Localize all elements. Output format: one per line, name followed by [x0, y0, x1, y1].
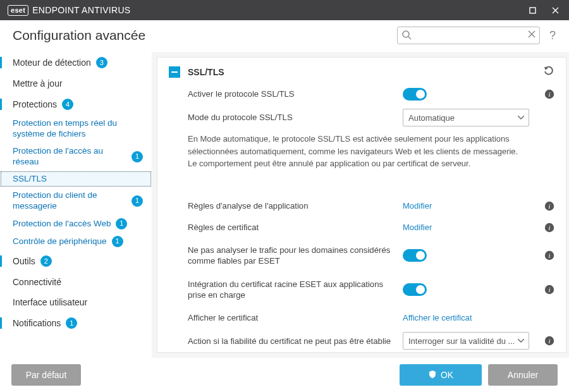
setting-label: Ne pas analyser le trafic pour les domai…	[188, 242, 403, 269]
sidebar-item-label: Moteur de détection	[13, 58, 91, 68]
setting-label: Intégration du certificat racine ESET au…	[188, 276, 403, 303]
button-label: Annuler	[508, 370, 538, 380]
svg-text:i: i	[548, 286, 550, 293]
sidebar-item-label: Interface utilisateur	[13, 297, 87, 307]
sidebar-item-ui[interactable]: Interface utilisateur	[0, 292, 152, 312]
sidebar-item-notifications[interactable]: Notifications 1	[0, 312, 152, 334]
sidebar-item-label: Protection de l'accès Web	[13, 219, 111, 230]
setting-label: Règles d'analyse de l'application	[188, 200, 403, 211]
sidebar-sub-ssl-tls[interactable]: SSL/TLS	[0, 171, 152, 188]
footer: Par défaut OK Annuler	[0, 358, 569, 392]
sidebar-item-tools[interactable]: Outils 2	[0, 250, 152, 272]
row-root-cert: Intégration du certificat racine ESET au…	[169, 273, 554, 307]
setting-label: Activer le protocole SSL/TLS	[188, 89, 403, 99]
settings-panel: SSL/TLS Activer le protocole SSL/TLS i	[157, 57, 566, 353]
mode-description: En Mode automatique, le protocole SSL/TL…	[169, 130, 523, 179]
product-name: ENDPOINT ANTIVIRUS	[32, 5, 130, 15]
sidebar: Moteur de détection 3 Mettre à jour Prot…	[0, 52, 152, 358]
row-enable-ssl: Activer le protocole SSL/TLS i	[169, 83, 554, 105]
link-modify-cert-rules[interactable]: Modifier	[403, 223, 432, 232]
toggle-root-cert[interactable]	[403, 283, 427, 296]
info-icon[interactable]: i	[544, 89, 554, 99]
ok-button[interactable]: OK	[400, 364, 482, 386]
row-cert-validity-action: Action si la fiabilité du certificat ne …	[169, 328, 554, 352]
svg-rect-0	[530, 8, 535, 13]
default-button[interactable]: Par défaut	[11, 364, 81, 386]
row-ssl-mode: Mode du protocole SSL/TLS Automatique	[169, 105, 554, 130]
badge: 3	[96, 57, 107, 68]
select-ssl-mode[interactable]: Automatique	[403, 109, 529, 126]
group-title: SSL/TLS	[188, 67, 224, 77]
row-show-cert: Afficher le certificat Afficher le certi…	[169, 307, 554, 328]
info-icon[interactable]: i	[544, 336, 554, 346]
badge: 1	[116, 218, 127, 230]
row-trusted-domains: Ne pas analyser le trafic pour les domai…	[169, 238, 554, 273]
svg-text:i: i	[548, 252, 550, 259]
search-wrap	[397, 27, 540, 44]
link-modify-app-rules[interactable]: Modifier	[403, 201, 432, 211]
toggle-trusted-domains[interactable]	[403, 249, 427, 262]
group-header-ssl-tls: SSL/TLS	[169, 58, 554, 83]
sidebar-item-label: Protection du client de messagerie	[13, 190, 126, 212]
button-label: OK	[441, 370, 453, 380]
svg-text:i: i	[548, 337, 550, 345]
sidebar-sub-mail-client[interactable]: Protection du client de messagerie 1	[0, 187, 152, 215]
setting-label: Mode du protocole SSL/TLS	[188, 112, 403, 123]
info-icon[interactable]: i	[544, 201, 554, 211]
help-button[interactable]: ?	[545, 28, 560, 43]
search-input[interactable]	[397, 27, 540, 44]
sidebar-item-label: Protection de l'accès au réseau	[13, 146, 126, 168]
badge: 1	[132, 195, 143, 207]
search-icon	[401, 30, 412, 42]
cancel-button[interactable]: Annuler	[488, 364, 558, 386]
close-button[interactable]	[544, 0, 566, 20]
info-icon[interactable]: i	[544, 223, 554, 233]
sidebar-item-label: Outils	[13, 256, 35, 266]
info-icon[interactable]: i	[544, 250, 554, 260]
badge: 1	[112, 236, 123, 247]
setting-label: Afficher le certificat	[188, 312, 403, 323]
sidebar-item-label: Protection en temps réel du système de f…	[13, 118, 143, 140]
titlebar: eset ENDPOINT ANTIVIRUS	[0, 0, 569, 20]
toggle-enable-ssl[interactable]	[403, 88, 427, 101]
svg-text:i: i	[548, 90, 550, 98]
setting-label: Action si la fiabilité du certificat ne …	[188, 336, 403, 346]
badge: 4	[62, 99, 73, 110]
svg-text:i: i	[548, 224, 550, 231]
sidebar-item-label: Notifications	[13, 318, 61, 328]
sidebar-sub-device-control[interactable]: Contrôle de périphérique 1	[0, 233, 152, 250]
select-cert-validity-action[interactable]: Interroger sur la validité du ...	[403, 332, 529, 350]
page-header: Configuration avancée ?	[0, 20, 569, 52]
sidebar-item-label: Protections	[13, 99, 57, 109]
sidebar-item-detection-engine[interactable]: Moteur de détection 3	[0, 52, 152, 73]
info-icon[interactable]: i	[544, 285, 554, 295]
badge: 1	[66, 317, 77, 329]
sidebar-item-label: Mettre à jour	[13, 78, 63, 89]
setting-label: Règles de certificat	[188, 222, 403, 233]
collapse-button[interactable]	[169, 66, 180, 78]
page-title: Configuration avancée	[13, 28, 145, 43]
link-show-cert[interactable]: Afficher le certificat	[403, 313, 472, 322]
sidebar-item-connectivity[interactable]: Connectivité	[0, 272, 152, 292]
clear-search-icon[interactable]	[527, 30, 536, 40]
shield-icon	[428, 370, 437, 381]
svg-point-1	[403, 31, 409, 37]
brand-logo: eset ENDPOINT ANTIVIRUS	[8, 5, 131, 16]
sidebar-sub-web-access[interactable]: Protection de l'accès Web 1	[0, 215, 152, 233]
button-label: Par défaut	[26, 370, 67, 380]
sidebar-item-update[interactable]: Mettre à jour	[0, 73, 152, 94]
badge: 2	[40, 255, 52, 267]
sidebar-item-protections[interactable]: Protections 4	[0, 94, 152, 115]
svg-text:i: i	[548, 202, 550, 210]
row-cert-rules: Règles de certificat Modifier i	[169, 217, 554, 238]
row-app-rules: Règles d'analyse de l'application Modifi…	[169, 195, 554, 217]
sidebar-item-label: Contrôle de périphérique	[13, 236, 107, 247]
sidebar-sub-network-access[interactable]: Protection de l'accès au réseau 1	[0, 143, 152, 171]
revert-icon[interactable]	[543, 65, 554, 78]
eset-logo: eset	[8, 5, 28, 16]
sidebar-item-label: Connectivité	[13, 277, 61, 287]
badge: 1	[132, 151, 143, 162]
sidebar-sub-realtime-fs[interactable]: Protection en temps réel du système de f…	[0, 115, 152, 143]
maximize-button[interactable]	[521, 0, 544, 20]
sidebar-item-label: SSL/TLS	[13, 174, 47, 185]
